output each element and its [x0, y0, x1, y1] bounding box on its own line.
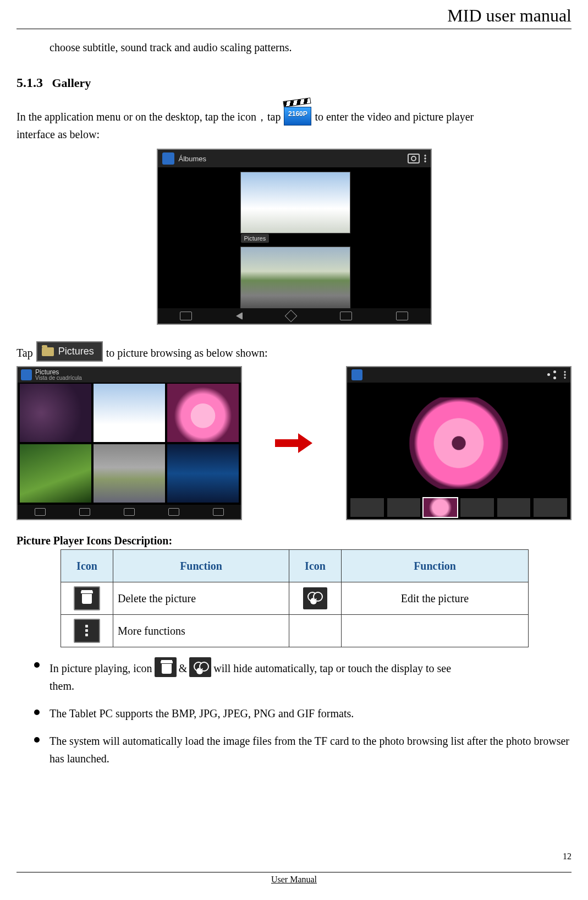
- app-icon: [351, 369, 362, 380]
- trash-icon: [155, 657, 177, 677]
- table-row: More functions: [61, 615, 529, 647]
- para1-text-a: In the application menu or on the deskto…: [17, 108, 281, 126]
- bullet1-text-b: will hide automatically, tap or touch th…: [213, 659, 451, 677]
- page-footer: 12 User Manual: [17, 872, 571, 885]
- table-header-icon: Icon: [289, 550, 342, 582]
- gallery-pair: Pictures Vista de cuadrícula: [17, 366, 571, 520]
- footer-rule: [17, 872, 571, 872]
- trash-icon: [74, 586, 100, 610]
- strip-thumb-active: [424, 498, 457, 517]
- intro-line: choose subtitle, sound track and audio s…: [50, 39, 571, 56]
- table-header-icon: Icon: [61, 550, 113, 582]
- nav-icon: [79, 508, 90, 516]
- folder-icon: [42, 347, 54, 356]
- edit-venn-icon: [189, 657, 211, 677]
- grid-thumb: [20, 444, 91, 503]
- table-cell: Edit the picture: [342, 582, 529, 615]
- bullet1-text-a: In picture playing, icon: [50, 659, 152, 677]
- strip-thumb: [497, 498, 531, 517]
- table-cell-empty: [289, 615, 342, 647]
- nav-icon: [35, 508, 46, 516]
- strip-thumb: [460, 498, 494, 517]
- strip-thumb: [387, 498, 421, 517]
- album-thumb-pictures-label: Pictures: [241, 234, 270, 243]
- nav-back-icon: [236, 312, 243, 320]
- nav-vol-down-icon: [180, 312, 192, 320]
- paragraph-2: Tap Pictures to picture browsing as belo…: [17, 341, 571, 362]
- pictures-folder-label: Pictures: [58, 346, 94, 357]
- bullet-item: The system will automatically load the i…: [17, 732, 571, 767]
- app-icon: [21, 369, 32, 380]
- grid-view-screenshot: Pictures Vista de cuadrícula: [17, 366, 242, 520]
- strip-thumb: [350, 498, 384, 517]
- bullet-item: In picture playing, icon & will hide aut…: [17, 657, 571, 695]
- arrow-right-icon: [275, 433, 314, 453]
- grid-title-line2: Vista de cuadrícula: [35, 375, 82, 381]
- album-thumb-movies: Movies: [240, 247, 350, 308]
- share-icon: [547, 370, 556, 379]
- camera-icon: [408, 154, 420, 163]
- grid-thumb: [20, 384, 91, 442]
- nav-icon: [168, 508, 179, 516]
- header-rule: [17, 29, 571, 29]
- table-title: Picture Player Icons Description:: [17, 534, 571, 547]
- para1-text-c: interface as below:: [17, 126, 571, 143]
- nav-home-icon: [287, 312, 295, 320]
- album-thumb-pictures: Pictures: [240, 172, 350, 233]
- more-functions-icon: [74, 619, 100, 643]
- bullet1-amp: &: [179, 659, 188, 677]
- thumbnail-strip: [347, 498, 570, 517]
- grid-thumb: [167, 384, 239, 442]
- app-icon: [162, 152, 174, 165]
- table-header-function: Function: [113, 550, 289, 582]
- grid-thumb: [94, 384, 165, 442]
- albums-screenshot: Álbumes Pictures Movies: [157, 149, 432, 325]
- nav-icon: [124, 508, 135, 516]
- photo-viewer-screenshot: [346, 366, 571, 520]
- paragraph-1: In the application menu or on the deskto…: [17, 101, 571, 126]
- albums-title: Álbumes: [179, 155, 207, 163]
- bullet1-text-c: them.: [50, 680, 74, 692]
- running-header: MID user manual: [447, 6, 571, 26]
- page-number: 12: [563, 852, 571, 861]
- table-cell: More functions: [113, 615, 289, 647]
- strip-thumb: [534, 498, 567, 517]
- nav-vol-up-icon: [396, 312, 408, 320]
- para2-text-a: Tap: [17, 344, 33, 362]
- section-name: Gallery: [52, 76, 91, 90]
- viewer-image: [391, 397, 526, 489]
- table-row: Delete the picture Edit the picture: [61, 582, 529, 615]
- bullet-list: In picture playing, icon & will hide aut…: [17, 657, 571, 767]
- grid-thumb: [94, 444, 165, 503]
- section-heading: 5.1.3 Gallery: [17, 75, 571, 90]
- table-header-function: Function: [342, 550, 529, 582]
- para1-text-b: to enter the video and picture player: [315, 108, 474, 126]
- edit-venn-icon: [303, 587, 327, 609]
- gallery-2160p-icon: 2160P: [284, 101, 311, 126]
- pictures-folder-button: Pictures: [36, 341, 103, 362]
- nav-icon: [213, 508, 224, 516]
- grid-thumb: [167, 444, 239, 503]
- table-cell: Delete the picture: [113, 582, 289, 615]
- more-icon: [424, 154, 426, 163]
- bullet-item: The Tablet PC supports the BMP, JPG, JPE…: [17, 705, 571, 722]
- footer-label: User Manual: [17, 875, 571, 885]
- android-navbar: [158, 308, 431, 324]
- nav-recent-icon: [340, 312, 352, 320]
- para2-text-b: to picture browsing as below shown:: [106, 344, 268, 362]
- more-icon: [564, 370, 566, 379]
- section-number: 5.1.3: [17, 75, 43, 90]
- table-cell-empty: [342, 615, 529, 647]
- icons-description-table: Icon Function Icon Function Delete the p…: [61, 549, 529, 647]
